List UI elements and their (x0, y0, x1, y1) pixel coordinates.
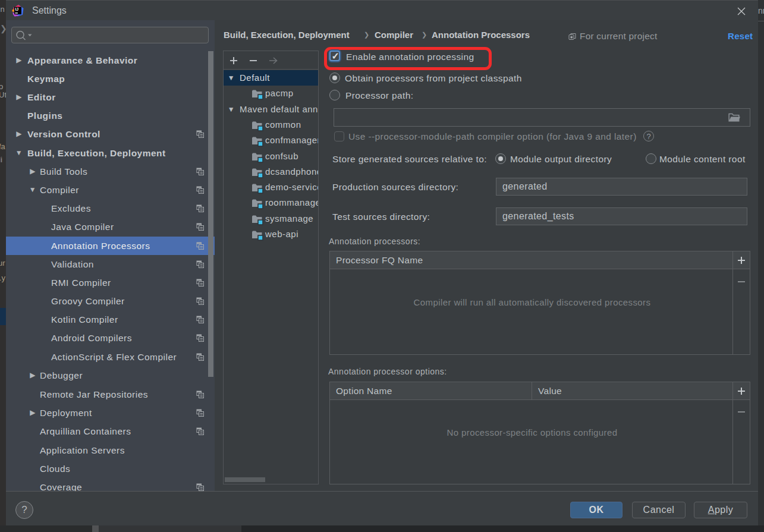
svg-text:IJ: IJ (15, 7, 18, 11)
